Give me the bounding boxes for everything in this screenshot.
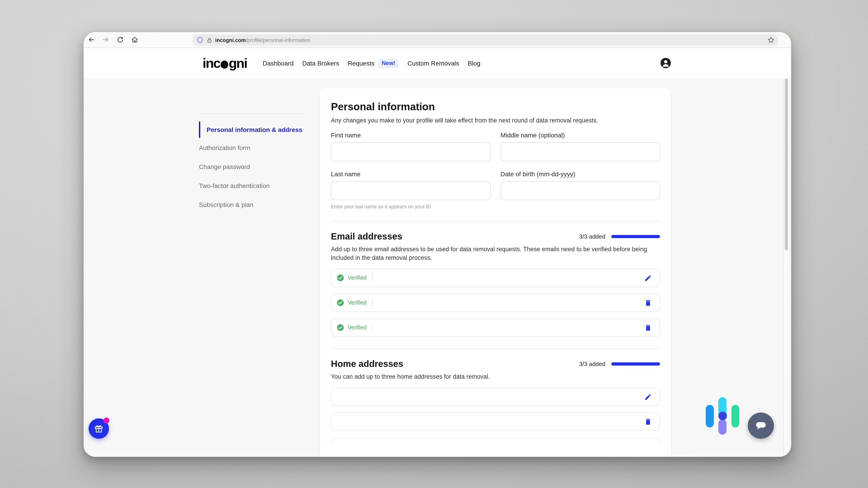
home-progress: 3/3 added bbox=[579, 361, 660, 367]
badge-divider bbox=[372, 323, 372, 332]
screen: incogni.com/profile/personal-information… bbox=[0, 0, 868, 488]
edit-address-button[interactable] bbox=[644, 393, 652, 401]
trash-icon bbox=[644, 418, 652, 425]
page-content: Personal information & address Authoriza… bbox=[84, 78, 791, 457]
sidebar-item-change-password[interactable]: Change password bbox=[199, 163, 306, 170]
email-row-2: Verified bbox=[331, 294, 660, 312]
trash-icon bbox=[644, 299, 652, 306]
home-progress-bar bbox=[611, 362, 660, 365]
url-domain: incogni.com bbox=[215, 37, 246, 43]
reload-button[interactable] bbox=[117, 36, 124, 43]
badge-divider bbox=[372, 298, 372, 308]
scrollbar-thumb[interactable] bbox=[785, 78, 788, 250]
user-avatar-icon bbox=[660, 58, 671, 68]
first-name-field-group: First name bbox=[331, 131, 491, 161]
site-navbar: incgni Dashboard Data Brokers RequestsNe… bbox=[84, 48, 791, 78]
forward-button[interactable] bbox=[102, 36, 110, 43]
nav-data-brokers[interactable]: Data Brokers bbox=[302, 60, 339, 67]
email-section-header: Email addresses 3/3 added bbox=[331, 231, 660, 242]
home-section-title: Home addresses bbox=[331, 359, 403, 369]
home-icon bbox=[131, 36, 138, 43]
page-scrollbar[interactable] bbox=[783, 78, 789, 457]
nav-dashboard[interactable]: Dashboard bbox=[263, 60, 293, 67]
browser-window: incogni.com/profile/personal-information… bbox=[84, 32, 791, 457]
home-section-header: Home addresses 3/3 added bbox=[331, 359, 660, 369]
email-progress-bar bbox=[611, 235, 660, 238]
verified-badge: Verified bbox=[337, 299, 366, 306]
email-progress: 3/3 added bbox=[579, 233, 660, 240]
star-icon bbox=[768, 37, 774, 43]
brand-bars-logo bbox=[706, 397, 740, 435]
back-icon bbox=[88, 36, 95, 43]
home-button[interactable] bbox=[131, 36, 138, 43]
home-row-3 bbox=[331, 438, 660, 445]
last-name-label: Last name bbox=[331, 170, 491, 177]
first-name-label: First name bbox=[331, 131, 491, 139]
new-badge: New! bbox=[378, 59, 399, 68]
home-addresses-section: Home addresses 3/3 added You can add up … bbox=[331, 359, 660, 445]
trash-icon bbox=[644, 324, 652, 331]
logo-o-mark bbox=[221, 61, 228, 69]
personal-info-description: Any changes you make to your profile wil… bbox=[331, 116, 653, 125]
middle-name-label: Middle name (optional) bbox=[500, 131, 660, 139]
dob-label: Date of birth (mm-dd-yyyy) bbox=[500, 170, 660, 177]
lock-icon bbox=[207, 37, 213, 43]
gift-icon bbox=[94, 423, 104, 434]
first-name-input[interactable] bbox=[331, 142, 491, 161]
section-divider bbox=[331, 221, 660, 221]
sidebar-item-subscription[interactable]: Subscription & plan bbox=[199, 201, 306, 208]
edit-email-button[interactable] bbox=[644, 274, 652, 282]
sidebar-item-authorization-form[interactable]: Authorization form bbox=[199, 144, 306, 151]
email-section-title: Email addresses bbox=[331, 231, 402, 242]
delete-address-button[interactable] bbox=[644, 418, 652, 426]
reload-icon bbox=[117, 36, 124, 43]
nav-blog[interactable]: Blog bbox=[468, 60, 480, 67]
middle-name-input[interactable] bbox=[500, 142, 660, 161]
email-row-3: Verified bbox=[331, 319, 660, 337]
bar-blue bbox=[706, 405, 714, 427]
url-text: incogni.com/profile/personal-information bbox=[215, 37, 310, 43]
account-avatar-button[interactable] bbox=[660, 58, 671, 68]
badge-divider bbox=[372, 273, 372, 283]
verified-badge: Verified bbox=[337, 274, 366, 282]
verified-badge: Verified bbox=[337, 324, 366, 331]
sidebar-item-two-factor[interactable]: Two-factor authentication bbox=[199, 182, 306, 189]
page-title: Personal information bbox=[331, 101, 660, 113]
delete-email-button[interactable] bbox=[644, 299, 652, 307]
last-name-helper: Enter your last name as it appears on yo… bbox=[331, 204, 491, 209]
check-circle-icon bbox=[337, 274, 344, 282]
verified-label: Verified bbox=[348, 275, 366, 281]
profile-card: Personal information Any changes you mak… bbox=[320, 88, 671, 457]
profile-sidebar: Personal information & address Authoriza… bbox=[199, 113, 306, 220]
pencil-icon bbox=[644, 274, 652, 282]
chat-bubble-icon bbox=[753, 418, 769, 433]
verified-label: Verified bbox=[348, 324, 366, 331]
dob-input[interactable] bbox=[500, 181, 660, 200]
back-button[interactable] bbox=[88, 36, 95, 43]
last-name-input[interactable] bbox=[331, 181, 491, 200]
dob-field-group: Date of birth (mm-dd-yyyy) bbox=[500, 170, 660, 209]
personal-info-form: First name Middle name (optional) Last n… bbox=[331, 131, 660, 209]
sidebar-item-personal-information[interactable]: Personal information & address bbox=[199, 122, 306, 138]
bar-circle bbox=[718, 412, 727, 420]
home-counter: 3/3 added bbox=[579, 361, 605, 367]
shield-icon bbox=[197, 37, 204, 43]
forward-icon bbox=[102, 36, 110, 43]
delete-email-button[interactable] bbox=[644, 324, 652, 332]
desktop-background: incogni.com/profile/personal-information… bbox=[0, 0, 868, 488]
rewards-button[interactable] bbox=[89, 418, 109, 439]
bookmark-button[interactable] bbox=[768, 37, 774, 43]
url-bar[interactable]: incogni.com/profile/personal-information bbox=[193, 34, 778, 46]
chat-widget-button[interactable] bbox=[748, 413, 774, 439]
home-row-1 bbox=[331, 388, 660, 406]
nav-custom-removals[interactable]: Custom Removals bbox=[407, 60, 459, 67]
browser-toolbar: incogni.com/profile/personal-information bbox=[84, 32, 791, 48]
check-circle-icon bbox=[337, 299, 344, 306]
email-row-1: Verified bbox=[331, 269, 660, 287]
incogni-logo[interactable]: incgni bbox=[203, 48, 247, 78]
home-row-2 bbox=[331, 413, 660, 431]
check-circle-icon bbox=[337, 324, 344, 331]
email-section-description: Add up to three email addresses to be us… bbox=[331, 245, 653, 262]
email-counter: 3/3 added bbox=[579, 233, 605, 240]
nav-requests[interactable]: RequestsNew! bbox=[348, 59, 399, 68]
